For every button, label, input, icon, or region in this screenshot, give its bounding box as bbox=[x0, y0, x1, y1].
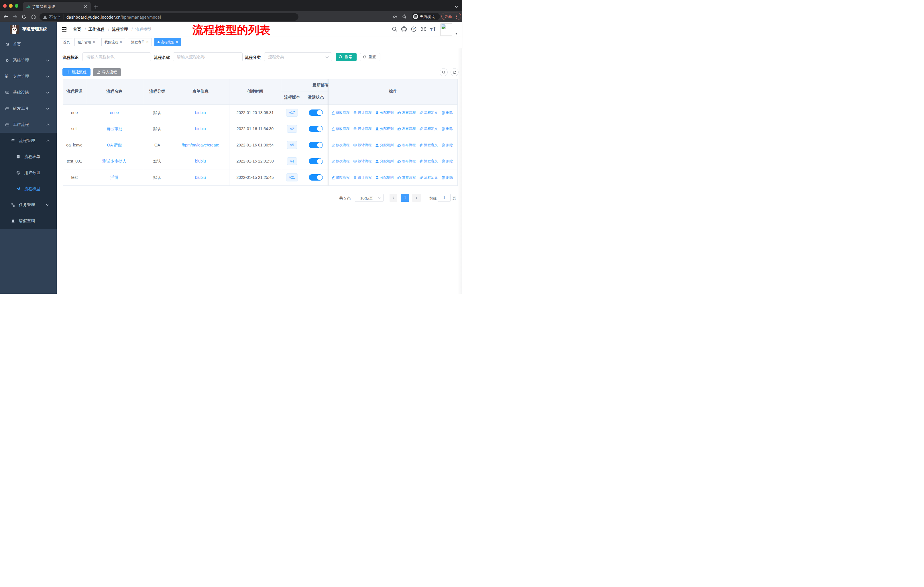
svg-text:?: ? bbox=[413, 27, 415, 31]
